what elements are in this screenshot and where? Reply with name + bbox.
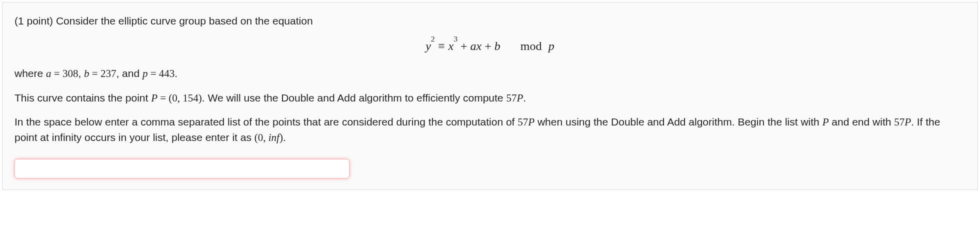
where-a-val: 308 [62,68,78,80]
where-tail: . [174,68,178,79]
where-prefix: where [14,68,46,79]
where-a-var: a [46,68,52,80]
instr-t1: In the space below enter a comma separat… [14,116,518,128]
eq-b: b [494,40,500,52]
instr-inf-var: in [268,132,276,144]
contains-P: P [151,92,158,104]
where-b-var: b [84,68,90,80]
contains-tail: . [523,92,526,104]
eq-lhs-exp: 2 [431,34,435,43]
eq-lhs-var: y [426,40,431,52]
where-line: where a = 308, b = 237, and p = 443. [14,66,966,81]
problem-container: (1 point) Consider the elliptic curve gr… [2,2,978,190]
contains-line: This curve contains the point P = (0, 15… [14,90,966,106]
contains-eq: = [158,92,168,104]
eq-equiv: ≡ [438,40,445,52]
instr-t2: when using the Double and Add algorithm.… [534,116,822,128]
instr-tail: . [283,132,286,143]
contains-t2: . We will use the Double and Add algorit… [202,92,506,104]
instr-mult: 57 [518,116,528,128]
eq-rhs-exp: 3 [454,34,458,43]
eq-plus1: + [458,40,470,52]
instr-mult2: 57 [894,116,904,128]
instr-inf-open: (0, [254,132,268,144]
instr-P2: P [822,116,829,128]
instructions-line: In the space below enter a comma separat… [14,114,966,145]
eq-plus2: + [482,40,494,52]
where-p-var: p [142,68,148,80]
eq-mod-label: mod [520,40,542,52]
instr-P3: P [904,116,911,128]
where-eq2: = [90,68,100,80]
where-eq1: = [52,68,62,80]
intro-text: Consider the elliptic curve group based … [56,15,313,26]
contains-P2: P [516,92,523,104]
eq-mod-var: p [548,40,554,52]
eq-x: x [476,40,482,52]
eq-a: a [470,40,476,52]
problem-intro-line: (1 point) Consider the elliptic curve gr… [14,14,966,28]
instr-P: P [528,116,534,128]
contains-pt: (0, 154) [168,92,202,104]
points-label: (1 point) [14,15,53,26]
answer-input[interactable] [14,159,350,178]
contains-t1: This curve contains the point [14,92,151,104]
where-eq3: = [148,68,158,80]
where-sep2: , and [116,68,142,79]
instr-inf-close: ) [280,132,283,144]
equation: y2 ≡ x3 + ax + b mod p [14,38,966,55]
eq-rhs-var: x [448,40,454,52]
instr-t3: and end with [828,116,894,128]
where-b-val: 237 [100,68,116,80]
where-p-val: 443 [159,68,175,80]
contains-mult: 57 [506,92,516,104]
where-sep1: , [78,68,84,79]
